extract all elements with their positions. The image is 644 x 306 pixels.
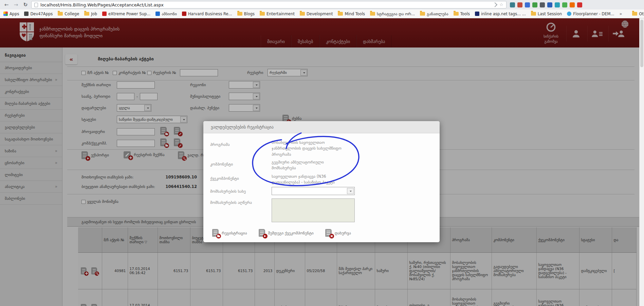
nav-home[interactable]: მთავარი <box>261 35 291 47</box>
col-created[interactable]: შექმნის თარიღი <box>128 227 158 252</box>
url-text[interactable]: localhost/Hmis.Billing.Web/Pages/Accepta… <box>40 2 491 7</box>
col-program[interactable]: პროგრამა <box>450 227 492 252</box>
sidebar-item-state-programs[interactable]: სახელმწიფო პროგრამები <box>0 74 62 86</box>
registry-no-input[interactable] <box>180 69 218 76</box>
registry-select[interactable]: რეესტრში <box>268 69 308 76</box>
extension-icon-8[interactable] <box>562 2 567 7</box>
bookmarks-overflow-icon[interactable] <box>619 11 622 16</box>
address-bar[interactable]: localhost/Hmis.Billing.Web/Pages/Accepta… <box>31 1 507 8</box>
sidebar-collapse-button[interactable] <box>65 54 77 64</box>
status-select[interactable]: საწყისი შეყვანა:დამტკიცებული <box>117 116 187 123</box>
bookmark-item[interactable]: Job <box>84 12 97 16</box>
export-button[interactable]: ექსპორტი <box>81 151 109 159</box>
modal-close-button[interactable]: დახურვა <box>325 229 351 237</box>
extension-icon-9[interactable] <box>570 2 575 7</box>
covered-select[interactable]: ყველა <box>117 104 151 112</box>
col-extra[interactable]: და <box>612 227 636 252</box>
sidebar-item-payment-requests[interactable]: საგადასახდო მოთხოვნები <box>0 133 62 145</box>
row-view-button[interactable] <box>91 304 97 306</box>
nav-help[interactable]: დახმარება <box>356 35 391 47</box>
bookmark-item[interactable]: სტრატეგია და ორ... <box>370 12 415 16</box>
send-icon[interactable] <box>493 2 497 7</box>
region-select[interactable] <box>229 81 260 89</box>
municipality-select[interactable] <box>229 93 260 100</box>
modal-next-subcomponent-button[interactable]: შემდეგი ქვეკომპონენტი <box>259 229 314 237</box>
extension-icon-10[interactable] <box>577 2 582 7</box>
act-no-filter[interactable]: მ/ჩ აქტის № <box>81 71 109 75</box>
other-bookmarks[interactable]: Other bookmarks <box>632 12 644 16</box>
sidebar-item-registries[interactable]: რეესტრები <box>0 110 62 121</box>
select-all-checkbox[interactable]: ყველას მონიშვნა <box>81 199 118 204</box>
checkbox[interactable] <box>113 71 117 75</box>
component-input[interactable] <box>117 140 155 147</box>
nav-contacts[interactable]: კონტაქტები <box>319 35 356 47</box>
checkbox[interactable] <box>81 71 86 75</box>
col-subcomponent[interactable]: ქვეკომპონენტი <box>536 227 579 252</box>
col-requested[interactable]: მოთხოვნილი თანხა <box>158 227 190 252</box>
period-to-input[interactable] <box>140 93 158 100</box>
period-from-input[interactable] <box>117 93 134 100</box>
bookmark-item[interactable]: inline asp.net tags... ... <box>475 12 526 16</box>
bookmark-item[interactable]: Blogs <box>237 12 255 16</box>
bookmark-item[interactable]: Floorplanner - DEM... <box>567 12 614 16</box>
speed-test-button[interactable]: სიჩქარის გაზომვა <box>538 22 564 44</box>
scrollbar-thumb[interactable] <box>640 20 643 67</box>
extension-icon-5[interactable] <box>540 2 545 7</box>
vertical-scrollbar[interactable] <box>639 18 644 306</box>
bookmark-item[interactable]: Dev47Apps <box>24 12 53 16</box>
row-add-button[interactable] <box>81 267 87 274</box>
modal-register-button[interactable]: რეგისტრაცია <box>212 229 247 237</box>
extension-icon-1[interactable] <box>510 2 515 7</box>
sidebar-item-treasury[interactable]: ხაზინა <box>0 145 62 157</box>
sidebar-item-acceptance-acts[interactable]: მიღება-ჩაბარების აქტები <box>0 98 62 110</box>
user-list-button[interactable] <box>587 26 606 41</box>
registry-no-filter[interactable]: რეესტრის № <box>147 71 176 75</box>
bookmark-item[interactable]: Development <box>300 12 333 16</box>
extension-icon-4[interactable] <box>532 2 537 7</box>
bookmark-item[interactable]: eXtreme Power Sup... <box>102 12 150 16</box>
reload-icon[interactable] <box>22 2 29 8</box>
extension-icon-7[interactable] <box>555 2 560 7</box>
col-act-no[interactable]: მ/ჩ აქტის № <box>102 227 128 252</box>
extension-icon-3[interactable] <box>525 2 530 7</box>
user-profile-button[interactable] <box>566 26 585 41</box>
component-clear-button[interactable] <box>174 138 180 146</box>
component-lookup-button[interactable] <box>160 138 167 146</box>
sidebar-item-providers[interactable]: პროვაიდერები <box>0 62 62 74</box>
forward-icon[interactable] <box>12 2 20 8</box>
col-status[interactable]: სტატუსი <box>579 227 612 252</box>
sidebar-item-contracts[interactable]: კონტრაქტები <box>0 86 62 98</box>
sidebar-item-templates[interactable]: შაბლონები <box>0 193 62 205</box>
sidebar-item-analytics[interactable]: ანალიტიკა <box>0 181 62 193</box>
bookmark-item[interactable]: Tools <box>454 12 470 16</box>
back-icon[interactable] <box>3 2 10 8</box>
settlement-select[interactable] <box>229 104 260 112</box>
nav-about[interactable]: შესახებ <box>291 35 319 47</box>
create-registry-button[interactable]: რეესტრის შექმნა <box>124 151 165 158</box>
bookmark-apps[interactable]: Apps <box>3 12 19 16</box>
bookmark-star-icon[interactable] <box>499 3 503 7</box>
bookmark-item[interactable]: ამბიონი <box>155 12 177 16</box>
service-desc-textarea[interactable] <box>272 198 355 222</box>
sidebar-item-limits[interactable]: ლიმიტები <box>0 169 62 181</box>
provider-lookup-button[interactable] <box>160 127 167 135</box>
sort-desc-icon[interactable] <box>145 240 147 244</box>
bookmark-item[interactable]: Entertainment <box>260 12 295 16</box>
row-view-button[interactable] <box>91 267 97 274</box>
bookmark-item[interactable]: Last Session <box>531 12 562 16</box>
checkbox[interactable] <box>81 200 86 204</box>
contract-no-filter[interactable]: კონტრაქტის № <box>113 71 146 75</box>
checkbox[interactable] <box>147 71 151 75</box>
service-type-select[interactable] <box>272 187 355 195</box>
bookmark-item[interactable]: Mind Tools <box>338 12 365 16</box>
bookmark-item[interactable]: განათლება <box>420 12 448 16</box>
sidebar-item-references[interactable]: ცნობარები <box>0 157 62 169</box>
extension-icon-2[interactable] <box>517 2 522 7</box>
provider-input[interactable] <box>117 128 155 135</box>
bookmark-item[interactable]: Harvard Business Re... <box>182 12 232 16</box>
bookmark-item[interactable]: College <box>58 12 79 16</box>
language-globe-button[interactable] <box>621 20 629 30</box>
extension-icon-6[interactable] <box>547 2 552 7</box>
col-component[interactable]: კომპონენტი <box>492 227 536 252</box>
sidebar-item-obligations[interactable]: ვალდებულებები <box>0 121 62 133</box>
